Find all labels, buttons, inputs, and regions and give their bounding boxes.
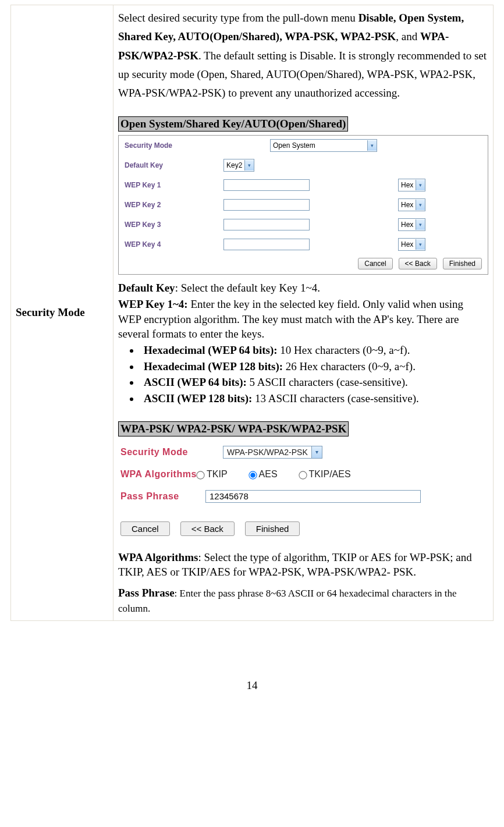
chevron-down-icon: ▾ <box>416 239 425 250</box>
label-default-key: Default Key <box>125 161 223 169</box>
label-security-mode-2: Security Mode <box>118 447 223 457</box>
cancel-button[interactable]: Cancel <box>358 258 392 269</box>
chevron-down-icon: ▾ <box>416 219 425 230</box>
wep-key-3-input[interactable] <box>223 219 310 230</box>
back-button[interactable]: << Back <box>399 258 437 269</box>
chevron-down-icon: ▾ <box>311 446 322 458</box>
wpa-description: WPA Algorithms: Select the type of algor… <box>118 550 488 616</box>
pass-phrase-input[interactable] <box>205 490 421 503</box>
finished-button-2[interactable]: Finished <box>245 521 300 536</box>
section2-header: WPA-PSK/ WPA2-PSK/ WPA-PSK/WPA2-PSK <box>118 421 349 436</box>
wep-key-1-type-select[interactable]: Hex ▾ <box>398 179 425 191</box>
wpa-security-mode-select[interactable]: WPA-PSK/WPA2-PSK ▾ <box>223 446 322 459</box>
content-cell: Select desired security type from the pu… <box>113 5 494 621</box>
label-security-mode: Security Mode <box>125 141 223 150</box>
wpa-panel: Security Mode WPA-PSK/WPA2-PSK ▾ WPA Alg… <box>118 441 488 542</box>
label-wep2: WEP Key 2 <box>125 201 223 209</box>
label-wep3: WEP Key 3 <box>125 221 223 229</box>
security-mode-select[interactable]: Open System ▾ <box>270 139 377 152</box>
cancel-button-2[interactable]: Cancel <box>120 521 170 536</box>
chevron-down-icon: ▾ <box>244 160 254 171</box>
wep-key-1-input[interactable] <box>223 179 310 191</box>
wep-panel: Security Mode Open System ▾ Default Key … <box>118 135 488 275</box>
label-wep4: WEP Key 4 <box>125 240 223 249</box>
section1-header: Open System/Shared Key/AUTO(Open/Shared) <box>118 116 348 132</box>
wep-key-2-input[interactable] <box>223 199 310 211</box>
intro-text: Select desired security type from the pu… <box>118 9 488 102</box>
chevron-down-icon: ▾ <box>367 140 377 151</box>
radio-tkipaes[interactable]: TKIP/AES <box>296 469 351 480</box>
security-mode-table: Security Mode Select desired security ty… <box>10 5 494 621</box>
radio-aes[interactable]: AES <box>246 469 278 480</box>
chevron-down-icon: ▾ <box>416 200 425 210</box>
finished-button[interactable]: Finished <box>443 258 482 269</box>
wep-key-4-input[interactable] <box>223 239 310 250</box>
wep-description: Default Key: Select the default key Key … <box>118 281 488 406</box>
radio-tkip[interactable]: TKIP <box>194 469 228 480</box>
row-label: Security Mode <box>11 5 113 621</box>
page-number: 14 <box>0 679 504 704</box>
chevron-down-icon: ▾ <box>416 180 425 190</box>
back-button-2[interactable]: << Back <box>180 521 235 536</box>
wep-key-4-type-select[interactable]: Hex ▾ <box>398 238 425 251</box>
label-wep1: WEP Key 1 <box>125 181 223 189</box>
default-key-select[interactable]: Key2 ▾ <box>223 159 254 172</box>
wep-key-2-type-select[interactable]: Hex ▾ <box>398 198 425 211</box>
wep-key-3-type-select[interactable]: Hex ▾ <box>398 218 425 231</box>
